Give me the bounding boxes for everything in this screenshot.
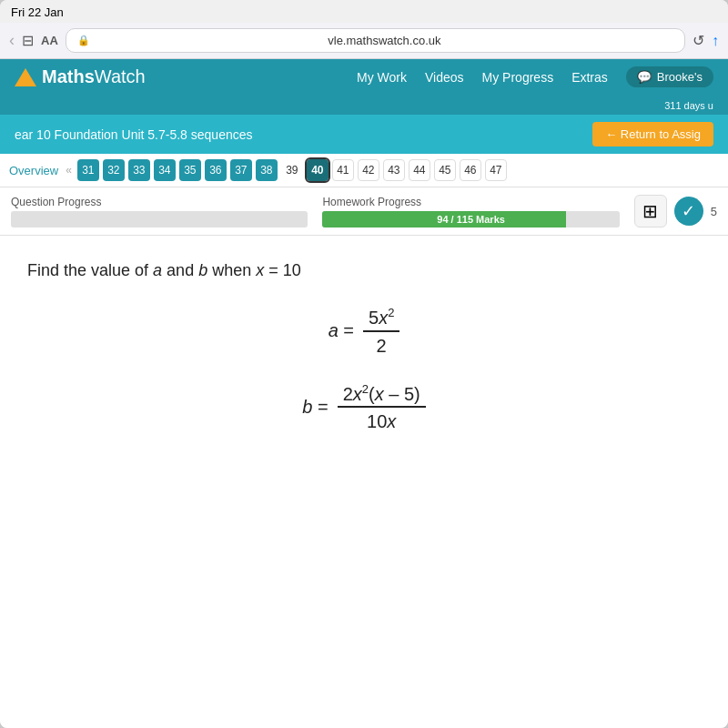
chat-icon: 💬 (637, 70, 652, 84)
tab-44[interactable]: 44 (409, 159, 430, 181)
tab-47[interactable]: 47 (485, 159, 507, 181)
tab-31[interactable]: 31 (77, 159, 99, 181)
question-progress-label: Question Progress (11, 196, 308, 208)
calculator-button[interactable]: ⊞ (634, 195, 667, 228)
text-size-button[interactable]: AA (41, 34, 58, 47)
question-text: Find the value of a and b when x = 10 (27, 261, 701, 280)
homework-progress-bar: 94 / 115 Marks (322, 211, 619, 228)
fraction-a-denominator: 2 (371, 334, 392, 357)
nav-arrow-left[interactable]: « (66, 164, 72, 177)
homework-progress-text: 94 / 115 Marks (322, 211, 619, 228)
assignment-bar: ear 10 Foundation Unit 5.7-5.8 sequences… (0, 115, 728, 154)
assignment-title: ear 10 Foundation Unit 5.7-5.8 sequences (15, 127, 253, 142)
fraction-a: 5x2 2 (363, 306, 399, 357)
status-date: Fri 22 Jan (11, 5, 64, 19)
tab-43[interactable]: 43 (383, 159, 405, 181)
check-button[interactable]: ✓ (674, 197, 703, 226)
math-display: a = 5x2 2 b = 2x2(x – 5) 10x (27, 306, 701, 432)
main-nav: My Work Videos My Progress Extras 💬 Broo… (357, 66, 713, 87)
nav-my-progress[interactable]: My Progress (482, 70, 554, 85)
reload-button[interactable]: ↺ (693, 32, 704, 49)
eq-b-lhs: b = (302, 397, 328, 418)
days-remaining: 311 days u (664, 100, 713, 111)
tab-34[interactable]: 34 (154, 159, 176, 181)
back-button[interactable]: ‹ (9, 31, 15, 50)
logo: MathsWatch (15, 66, 146, 87)
tab-33[interactable]: 33 (128, 159, 150, 181)
nav-videos[interactable]: Videos (425, 70, 464, 85)
homework-progress-label: Homework Progress (322, 196, 619, 208)
url-bar[interactable]: 🔒 vle.mathswatch.co.uk (66, 28, 685, 53)
logo-triangle-icon (15, 68, 36, 86)
logo-text: MathsWatch (42, 66, 146, 87)
bookmarks-icon[interactable]: ⊟ (22, 32, 34, 49)
url-text: vle.mathswatch.co.uk (96, 34, 673, 47)
tab-40[interactable]: 40 (307, 159, 329, 181)
fraction-a-numerator: 5x2 (363, 306, 399, 332)
tab-36[interactable]: 36 (205, 159, 227, 181)
site-header: MathsWatch My Work Videos My Progress Ex… (0, 59, 728, 95)
question-progress-bar (11, 211, 308, 228)
progress-section: Question Progress Homework Progress 94 /… (0, 187, 728, 236)
tab-37[interactable]: 37 (230, 159, 252, 181)
tab-35[interactable]: 35 (179, 159, 201, 181)
browser-chrome: ‹ ⊟ AA 🔒 vle.mathswatch.co.uk ↺ ↑ (0, 23, 728, 59)
nav-my-work[interactable]: My Work (357, 70, 407, 85)
device-frame: Fri 22 Jan ‹ ⊟ AA 🔒 vle.mathswatch.co.uk… (0, 0, 728, 728)
tab-overview[interactable]: Overview (9, 164, 58, 177)
eq-a-lhs: a = (329, 320, 354, 341)
number-badge: 5 (711, 205, 717, 218)
equation-b: b = 2x2(x – 5) 10x (302, 382, 425, 433)
progress-tools: ⊞ ✓ 5 (634, 195, 717, 228)
nav-extras[interactable]: Extras (571, 70, 608, 85)
status-bar: Fri 22 Jan (0, 0, 728, 23)
question-progress: Question Progress (11, 196, 308, 228)
tab-32[interactable]: 32 (103, 159, 125, 181)
fraction-b-numerator: 2x2(x – 5) (338, 382, 426, 409)
tab-navigation: Overview « 31 32 33 34 35 36 37 38 39 40… (0, 154, 728, 187)
tab-42[interactable]: 42 (358, 159, 379, 181)
share-button[interactable]: ↑ (712, 33, 719, 49)
user-name: Brooke's (657, 70, 703, 84)
fraction-b: 2x2(x – 5) 10x (338, 382, 426, 433)
homework-progress: Homework Progress 94 / 115 Marks (322, 196, 619, 228)
main-content: Find the value of a and b when x = 10 a … (0, 236, 728, 728)
tab-46[interactable]: 46 (460, 159, 481, 181)
fraction-b-denominator: 10x (361, 410, 401, 432)
tab-38[interactable]: 38 (256, 159, 278, 181)
lock-icon: 🔒 (77, 35, 90, 46)
equation-a: a = 5x2 2 (329, 306, 400, 357)
return-button[interactable]: ← Return to Assig (592, 122, 713, 147)
tab-45[interactable]: 45 (434, 159, 456, 181)
tab-41[interactable]: 41 (332, 159, 354, 181)
chat-bubble[interactable]: 💬 Brooke's (626, 66, 713, 87)
tab-39[interactable]: 39 (281, 159, 303, 181)
